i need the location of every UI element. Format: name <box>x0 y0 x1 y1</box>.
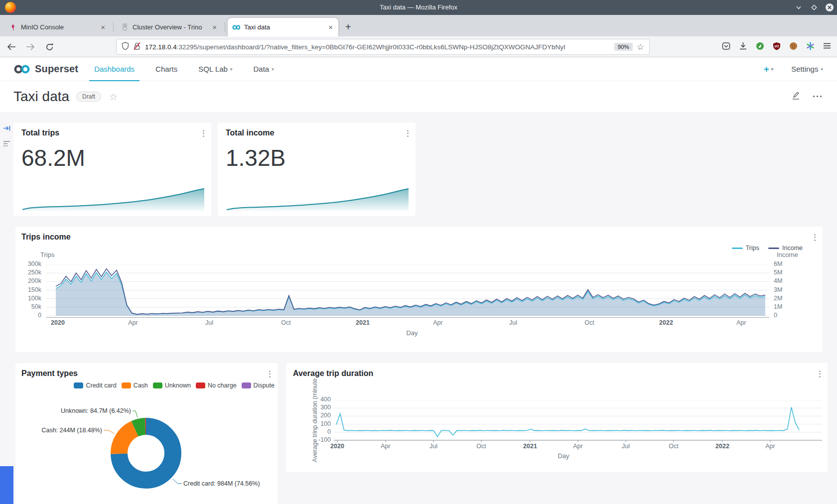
legend-item-income[interactable]: Income <box>768 245 803 252</box>
legend-item-unknown[interactable]: Unknown <box>153 382 191 389</box>
x-axis-title: Day <box>382 329 442 337</box>
window-maximize-icon[interactable] <box>810 3 819 12</box>
kebab-menu-icon[interactable] <box>269 369 271 378</box>
tab-separator <box>225 22 225 32</box>
svg-text:Unknown: 84.7M (6.42%): Unknown: 84.7M (6.42%) <box>61 407 131 414</box>
axis-tick-label: Apr <box>371 443 401 450</box>
browser-toolbar: 172.18.0.4:32295/superset/dashboard/1/?n… <box>0 36 837 57</box>
kebab-menu-icon[interactable] <box>203 128 204 138</box>
tab-close-icon[interactable]: × <box>100 23 106 31</box>
nav-label: Charts <box>155 65 177 73</box>
nav-data[interactable]: Data▾ <box>248 57 279 81</box>
axis-tick-label: 50k <box>21 303 41 310</box>
nav-charts[interactable]: Charts <box>150 57 182 81</box>
axis-tick-label: 0 <box>774 312 794 319</box>
chart-title: Total trips <box>21 128 59 137</box>
axis-tick-label: Apr <box>726 319 756 326</box>
url-text[interactable]: 172.18.0.4:32295/superset/dashboard/1/?n… <box>145 43 565 51</box>
legend-item-dispute[interactable]: Dispute <box>242 382 275 389</box>
ublock-origin-icon[interactable]: uO <box>773 42 781 52</box>
tab-taxi-data[interactable]: Taxi data × <box>228 18 338 36</box>
axis-tick-label: Oct <box>574 319 604 326</box>
axis-tick-label: 1M <box>774 303 794 310</box>
left-axis-title: Trips <box>40 251 54 258</box>
axis-tick-label: Oct <box>466 443 496 450</box>
tab-close-icon[interactable]: × <box>327 23 334 31</box>
avg-trip-duration-chart[interactable] <box>334 400 822 445</box>
nav-sql-lab[interactable]: SQL Lab▾ <box>193 57 237 81</box>
new-item-button[interactable]: +▾ <box>764 64 774 75</box>
menu-icon[interactable] <box>823 42 831 51</box>
tab-label: Taxi data <box>244 23 323 31</box>
axis-tick-label: 300 <box>311 404 331 411</box>
back-icon[interactable] <box>5 40 18 53</box>
filter-icon[interactable] <box>3 140 11 149</box>
kebab-menu-icon[interactable] <box>407 128 409 138</box>
nav-label: SQL Lab <box>198 65 228 73</box>
reload-icon[interactable] <box>43 40 56 53</box>
legend-label: Unknown <box>165 382 191 389</box>
total-trips-sparkline-chart[interactable] <box>22 186 204 211</box>
more-options-icon[interactable]: ··· <box>813 92 823 102</box>
legend-item-cash[interactable]: Cash <box>122 382 148 389</box>
kebab-menu-icon[interactable] <box>814 233 816 242</box>
kebab-menu-icon[interactable] <box>819 369 821 378</box>
axis-tick-label: Apr <box>423 319 453 326</box>
shield-icon[interactable] <box>122 42 129 52</box>
x-axis-title: Day <box>534 452 593 460</box>
axis-tick-label: Jul <box>418 443 448 450</box>
cookie-extension-icon[interactable] <box>789 42 798 52</box>
legend-item-trips[interactable]: Trips <box>732 245 759 252</box>
dashboard-body: Total trips 68.2M Total income 1.32B Tri… <box>0 112 837 504</box>
card-payment-types: Unknown: 84.7M (6.42%)Cash: 244M (18.48%… <box>15 363 278 504</box>
status-badge: Draft <box>76 92 101 102</box>
caret-down-icon: ▾ <box>821 67 823 72</box>
card-trips-income: Trips income Trips Income Trips Income D… <box>15 227 823 352</box>
tab-close-icon[interactable]: × <box>211 23 218 31</box>
total-income-sparkline-chart[interactable] <box>227 186 409 211</box>
axis-tick-label: 2022 <box>707 443 737 450</box>
legend-label: Income <box>782 245 803 252</box>
url-bar[interactable]: 172.18.0.4:32295/superset/dashboard/1/?n… <box>117 39 649 54</box>
axis-tick-label: 5M <box>774 269 794 276</box>
big-number-value: 68.2M <box>21 144 85 171</box>
minio-favicon-icon <box>9 23 17 31</box>
axis-tick-label: 4M <box>774 277 794 284</box>
axis-tick-label: 250k <box>21 269 41 276</box>
superset-logo[interactable]: Superset <box>13 63 78 75</box>
pocket-icon[interactable] <box>722 42 730 52</box>
window-close-icon[interactable] <box>825 3 834 12</box>
axis-tick-label: 3M <box>774 286 794 293</box>
forward-icon[interactable] <box>24 40 37 53</box>
extension-green-icon[interactable] <box>756 42 764 52</box>
filter-bar-highlight-strip[interactable] <box>0 466 13 504</box>
new-tab-button[interactable]: + <box>345 21 351 33</box>
multicolor-asterisk-extension-icon[interactable] <box>806 42 815 52</box>
bookmark-star-icon[interactable]: ☆ <box>637 43 644 51</box>
right-axis-title: Income <box>777 251 798 258</box>
tab-trino[interactable]: Cluster Overview - Trino × <box>116 18 222 36</box>
legend-item-no-charge[interactable]: No charge <box>196 382 237 389</box>
axis-tick-label: 200k <box>21 277 41 284</box>
trips-income-chart[interactable] <box>46 264 769 320</box>
insecure-lock-icon[interactable] <box>133 42 141 52</box>
expand-filter-bar-icon[interactable] <box>3 125 11 134</box>
svg-text:Credit card: 984M (74.56%): Credit card: 984M (74.56%) <box>183 480 260 487</box>
axis-tick-label: 100 <box>311 420 331 427</box>
card-total-income: Total income 1.32B <box>218 123 416 216</box>
nav-dashboards[interactable]: Dashboards <box>89 57 140 81</box>
axis-tick-label: Apr <box>563 443 593 450</box>
legend-item-credit-card[interactable]: Credit card <box>74 382 116 389</box>
chart-title: Payment types <box>21 369 78 378</box>
settings-menu[interactable]: Settings▾ <box>791 65 823 73</box>
axis-tick-label: 400 <box>311 396 331 403</box>
edit-dashboard-icon[interactable] <box>791 91 801 103</box>
axis-tick-label: Oct <box>271 319 301 326</box>
window-minimize-icon[interactable] <box>794 3 803 12</box>
favorite-star-icon[interactable]: ☆ <box>109 91 118 103</box>
chart-legend: Trips Income <box>732 245 803 252</box>
zoom-level-badge[interactable]: 90% <box>614 43 633 51</box>
window-title: Taxi data — Mozilla Firefox <box>0 0 837 15</box>
download-icon[interactable] <box>739 42 747 52</box>
tab-minio-console[interactable]: MinIO Console × <box>4 18 111 36</box>
